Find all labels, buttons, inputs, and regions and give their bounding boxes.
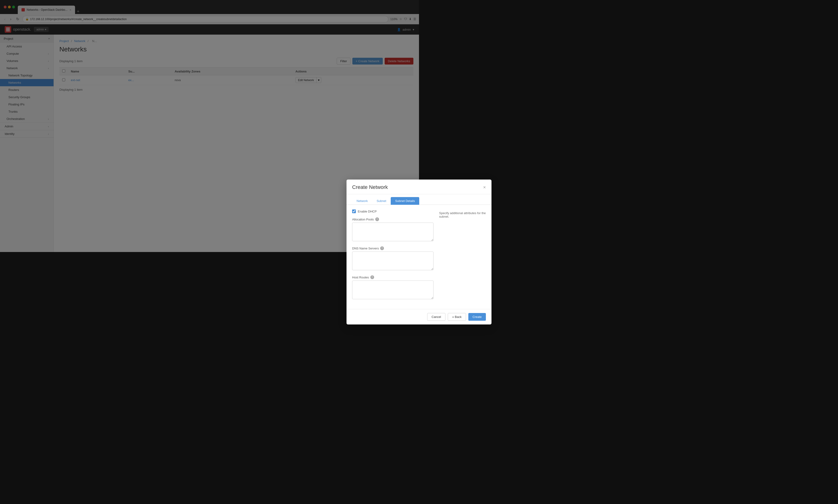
modal-body-left: Enable DHCP Allocation Pools ? DNS Name … <box>352 210 419 252</box>
tab-subnet[interactable]: Subnet <box>372 197 391 205</box>
create-network-modal: Create Network × Network Subnet Subnet D… <box>346 180 419 252</box>
tab-subnet-details[interactable]: Subnet Details <box>391 197 419 205</box>
tab-network[interactable]: Network <box>352 197 372 205</box>
enable-dhcp-label: Enable DHCP <box>358 210 377 213</box>
modal-tabs: Network Subnet Subnet Details <box>346 194 419 205</box>
allocation-pools-input[interactable] <box>352 222 419 241</box>
dns-name-servers-label: DNS Name Servers ? <box>352 246 419 250</box>
enable-dhcp-row: Enable DHCP <box>352 210 419 213</box>
modal-body: Enable DHCP Allocation Pools ? DNS Name … <box>346 205 419 252</box>
dns-name-servers-input[interactable] <box>352 252 419 252</box>
allocation-pools-help-icon[interactable]: ? <box>375 217 379 221</box>
enable-dhcp-checkbox[interactable] <box>352 210 356 213</box>
modal-overlay[interactable]: Create Network × Network Subnet Subnet D… <box>0 0 419 252</box>
allocation-pools-group: Allocation Pools ? <box>352 217 419 242</box>
dns-help-icon[interactable]: ? <box>380 246 384 250</box>
modal-title: Create Network <box>352 184 388 190</box>
modal-header: Create Network × <box>346 180 419 194</box>
allocation-pools-label: Allocation Pools ? <box>352 217 419 221</box>
dns-name-servers-group: DNS Name Servers ? <box>352 246 419 252</box>
